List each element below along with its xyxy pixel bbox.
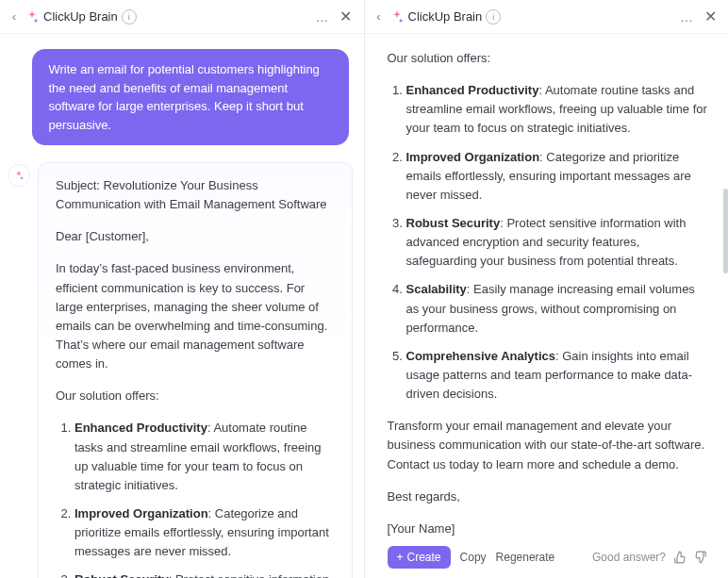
offers-label: Our solution offers: [56,387,335,405]
regenerate-button[interactable]: Regenerate [496,551,555,564]
info-icon[interactable]: i [122,9,137,25]
list-item: Enhanced Productivity: Automate routine … [74,419,335,495]
list-item: Scalability: Easily manage increasing em… [406,280,708,337]
offers-label: Our solution offers: [388,49,708,68]
benefits-list-right: Enhanced Productivity: Automate routine … [388,81,708,404]
list-item: Robust Security: Protect sensitive infor… [406,214,708,271]
footer-actions: +Create Copy Regenerate Good answer? [365,540,729,578]
copy-button[interactable]: Copy [460,551,487,564]
email-intro: In today’s fast-paced business environme… [56,259,335,373]
more-icon[interactable]: … [680,9,694,25]
signature-block: Best regards,[Your Name][Your Position][… [388,487,708,540]
sparkle-icon [389,9,405,25]
signature-line: [Your Name] [388,520,708,538]
body-right: Our solution offers: Enhanced Productivi… [365,34,729,540]
list-item: Robust Security: Protect sensitive infor… [74,570,335,578]
sparkle-icon [25,9,40,25]
signature-line: Best regards, [388,487,708,506]
plus-icon: + [397,551,404,564]
user-prompt: Write an email for potential customers h… [32,49,349,145]
list-item: Comprehensive Analytics: Gain insights i… [406,347,708,404]
close-icon[interactable]: ✕ [338,8,355,25]
email-outro: Transform your email management and elev… [388,417,708,473]
create-button[interactable]: +Create [388,546,451,569]
pane-left: ‹ ClickUp Brain i … ✕ Write an email for… [0,0,365,578]
benefits-list-left: Enhanced Productivity: Automate routine … [56,419,335,578]
header-right: ‹ ClickUp Brain i … ✕ [365,0,729,34]
list-item: Improved Organization: Categorize and pr… [406,148,708,205]
feedback-label: Good answer? [592,551,666,564]
pane-right: ‹ ClickUp Brain i … ✕ Our solution offer… [365,0,729,578]
email-greeting: Dear [Customer], [56,227,335,246]
thumbs-up-icon[interactable] [673,551,687,564]
more-icon[interactable]: … [316,9,330,25]
back-icon[interactable]: ‹ [6,9,23,24]
create-label: Create [407,551,441,564]
close-icon[interactable]: ✕ [702,8,719,25]
header-left: ‹ ClickUp Brain i … ✕ [0,0,364,34]
email-subject: Subject: Revolutionize Your Business Com… [56,176,335,214]
list-item: Improved Organization: Categorize and pr… [74,504,335,561]
back-icon[interactable]: ‹ [371,9,388,24]
list-item: Enhanced Productivity: Automate routine … [406,81,708,138]
feedback-block: Good answer? [592,551,707,564]
ai-reply: Subject: Revolutionize Your Business Com… [38,162,353,578]
pane-title-right: ClickUp Brain [408,9,483,24]
ai-avatar [8,164,30,187]
body-left: Write an email for potential customers h… [0,34,364,578]
pane-title-left: ClickUp Brain [43,9,118,24]
info-icon[interactable]: i [486,9,501,25]
scrollbar-thumb[interactable] [723,189,728,273]
thumbs-down-icon[interactable] [694,551,707,564]
